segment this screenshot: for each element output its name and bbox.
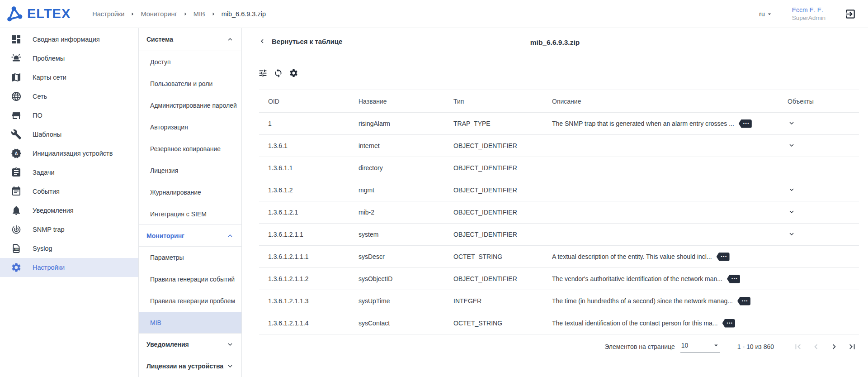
- expand-row-chevron-icon[interactable]: [788, 230, 796, 238]
- submenu-item-license[interactable]: Лицензия: [139, 160, 241, 181]
- per-page-label: Элементов на странице: [604, 343, 675, 350]
- breadcrumb-item[interactable]: Настройки: [92, 10, 124, 18]
- cell-objects: [778, 312, 859, 334]
- submenu-item-label: Лицензия: [150, 167, 178, 174]
- eltex-logo-text: ELTEX: [27, 7, 71, 20]
- submenu-item-notifications[interactable]: Уведомления: [139, 334, 241, 355]
- sidebar-item-syslog[interactable]: LOGSyslog: [0, 239, 138, 258]
- sidebar-item-label: Уведомления: [33, 207, 74, 214]
- submenu-item-parameters[interactable]: Параметры: [139, 247, 241, 268]
- expand-row-chevron-icon[interactable]: [788, 208, 796, 216]
- submenu-item-label: Интеграция с SIEM: [150, 210, 207, 218]
- breadcrumb-item[interactable]: MIB: [193, 10, 205, 18]
- cell-objects: [778, 224, 859, 246]
- cell-oid: 1.3.6.1.1: [259, 157, 349, 179]
- submenu-item-backup[interactable]: Резервное копирование: [139, 138, 241, 160]
- breadcrumb-item[interactable]: Мониторинг: [141, 10, 177, 18]
- cell-type: OBJECT_IDENTIFIER: [444, 224, 543, 246]
- wrench-icon: [11, 129, 22, 140]
- first-page-button[interactable]: [793, 342, 803, 352]
- sidebar-item-software[interactable]: ПО: [0, 106, 138, 125]
- sidebar-item-label: ПО: [33, 112, 42, 119]
- submenu-item-mib[interactable]: MIB: [139, 312, 241, 334]
- submenu-item-system[interactable]: Система: [139, 28, 241, 51]
- description-more-badge[interactable]: •••: [722, 319, 736, 328]
- cell-objects: [778, 290, 859, 312]
- pagination: Элементов на странице 10 1 - 10 из 860: [604, 340, 857, 353]
- table-row: 1.3.6.1.2.1.1.1sysDescrOCTET_STRINGA tex…: [259, 246, 859, 268]
- eltex-logo-icon: [6, 5, 24, 23]
- chevron-down-icon: [226, 340, 234, 348]
- refresh-button[interactable]: [274, 68, 283, 78]
- sidebar-item-summary[interactable]: Сводная информация: [0, 30, 138, 49]
- table-row: 1.3.6.1.2.1.1systemOBJECT_IDENTIFIER: [259, 224, 859, 246]
- table-settings-button[interactable]: [289, 68, 298, 78]
- prev-page-button[interactable]: [811, 342, 821, 352]
- eltex-logo[interactable]: ELTEX: [6, 5, 71, 23]
- cell-oid: 1: [259, 113, 349, 135]
- expand-row-chevron-icon[interactable]: [788, 186, 796, 194]
- cell-oid: 1.3.6.1.2.1.1.4: [259, 312, 349, 334]
- column-header: Название: [349, 90, 444, 113]
- cell-description: [543, 201, 778, 224]
- description-more-badge[interactable]: •••: [727, 275, 740, 283]
- cell-name: mib-2: [349, 201, 444, 224]
- device-init-icon: A: [11, 148, 22, 159]
- sidebar-item-settings[interactable]: Настройки: [0, 258, 138, 277]
- submenu-item-label: Доступ: [150, 58, 171, 66]
- expand-row-chevron-icon[interactable]: [788, 119, 796, 127]
- per-page-select[interactable]: 10: [680, 340, 720, 353]
- clipboard-icon: [11, 167, 22, 178]
- next-page-button[interactable]: [829, 342, 839, 352]
- expand-row-chevron-icon[interactable]: [788, 141, 796, 149]
- breadcrumb-separator-icon: [210, 10, 217, 18]
- table-row: 1.3.6.1internetOBJECT_IDENTIFIER: [259, 135, 859, 157]
- snmp-trap-icon: [11, 224, 22, 235]
- submenu-item-device-licenses[interactable]: Лицензии на устройства: [139, 355, 241, 377]
- submenu-item-access[interactable]: Доступ: [139, 51, 241, 73]
- map-icon: [11, 72, 22, 83]
- submenu-item-monitoring[interactable]: Мониторинг: [139, 225, 241, 247]
- submenu-item-logging[interactable]: Журналирование: [139, 181, 241, 203]
- sidebar-item-templates[interactable]: Шаблоны: [0, 125, 138, 144]
- cell-name: mgmt: [349, 179, 444, 201]
- last-page-button[interactable]: [847, 342, 857, 352]
- language-selector[interactable]: ru: [759, 10, 773, 18]
- table-row: 1risingAlarmTRAP_TYPEThe SNMP trap that …: [259, 113, 859, 135]
- submenu-item-label: Система: [146, 36, 173, 43]
- description-more-badge[interactable]: •••: [717, 253, 730, 261]
- submenu-item-users-roles[interactable]: Пользователи и роли: [139, 73, 241, 95]
- submenu-item-problem-rules[interactable]: Правила генерации проблем: [139, 290, 241, 312]
- sidebar-item-network-maps[interactable]: Карты сети: [0, 68, 138, 87]
- description-more-badge[interactable]: •••: [739, 119, 752, 128]
- back-to-table-link[interactable]: Вернуться к таблице: [258, 37, 342, 45]
- sidebar-item-notifications[interactable]: Уведомления: [0, 201, 138, 220]
- sidebar-item-label: Настройки: [33, 264, 65, 271]
- sidebar-item-tasks[interactable]: Задачи: [0, 163, 138, 182]
- cell-objects: [778, 179, 859, 201]
- submenu-item-authorization[interactable]: Авторизация: [139, 116, 241, 138]
- submenu-item-label: Мониторинг: [146, 232, 184, 239]
- sidebar-item-problems[interactable]: Проблемы: [0, 49, 138, 68]
- table-row: 1.3.6.1.1directoryOBJECT_IDENTIFIER: [259, 157, 859, 179]
- submenu-item-label: Администрирование паролей: [150, 102, 237, 109]
- user-name: Eccm E. E.: [792, 6, 826, 14]
- sidebar-item-device-init[interactable]: AИнициализация устройств: [0, 144, 138, 163]
- cell-oid: 1.3.6.1.2.1.1: [259, 224, 349, 246]
- bell-icon: [11, 205, 22, 216]
- logout-button[interactable]: [844, 8, 856, 20]
- cell-description: The SNMP trap that is generated when an …: [543, 113, 778, 135]
- user-role: SuperAdmin: [792, 14, 826, 22]
- user-menu[interactable]: Eccm E. E. SuperAdmin: [792, 6, 826, 22]
- filter-button[interactable]: [258, 68, 268, 78]
- sidebar-item-snmp-trap[interactable]: SNMP trap: [0, 220, 138, 239]
- submenu-item-event-rules[interactable]: Правила генерации событий: [139, 268, 241, 290]
- submenu-item-siem-integration[interactable]: Интеграция с SIEM: [139, 203, 241, 225]
- description-more-badge[interactable]: •••: [737, 297, 750, 305]
- breadcrumb-separator-icon: [129, 10, 136, 18]
- submenu-item-password-admin[interactable]: Администрирование паролей: [139, 95, 241, 116]
- table-row: 1.3.6.1.2.1mib-2OBJECT_IDENTIFIER: [259, 201, 859, 224]
- sidebar-item-events[interactable]: События: [0, 182, 138, 201]
- content-area: Вернуться к таблице mib_6.6.9.3.zip OIDН…: [242, 28, 868, 377]
- sidebar-item-network[interactable]: Сеть: [0, 87, 138, 106]
